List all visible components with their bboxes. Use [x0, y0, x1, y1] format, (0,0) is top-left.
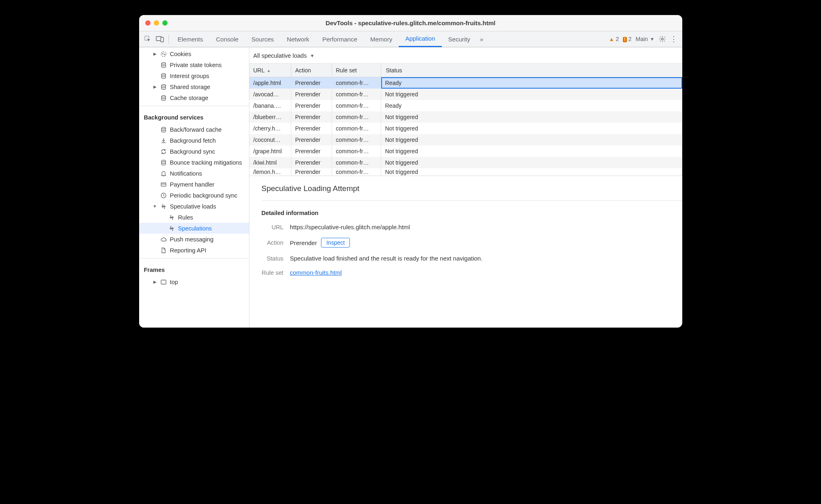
chevron-down-icon: ▼: [153, 204, 157, 209]
cell-action: Prerender: [291, 77, 332, 89]
close-window-button[interactable]: [145, 20, 151, 26]
main-target-selector[interactable]: Main ▼: [635, 36, 654, 42]
table-row[interactable]: /apple.htmlPrerendercommon-fr…Ready: [249, 77, 682, 89]
tab-console[interactable]: Console: [210, 31, 245, 47]
chevron-down-icon: ▼: [310, 53, 314, 58]
table-row[interactable]: /cherry.h…Prerendercommon-fr…Not trigger…: [249, 123, 682, 134]
inspect-element-icon[interactable]: [142, 35, 154, 43]
warnings-indicator[interactable]: ▲ 2: [609, 36, 619, 42]
traffic-lights: [139, 20, 168, 26]
section-background-services: Background services: [139, 109, 249, 124]
column-url[interactable]: URL ▲: [249, 64, 291, 77]
sidebar-item-interest-groups[interactable]: Interest groups: [139, 70, 249, 81]
cell-ruleset: common-fr…: [332, 168, 381, 176]
cell-status: Not triggered: [381, 168, 682, 176]
cell-url: /grape.html: [249, 146, 291, 157]
titlebar: DevTools - speculative-rules.glitch.me/c…: [139, 15, 682, 31]
svg-rect-2: [161, 37, 164, 42]
sidebar-item-label: Cookies: [170, 51, 249, 57]
table-row[interactable]: /coconut…Prerendercommon-fr…Not triggere…: [249, 134, 682, 146]
sidebar-item-reporting-api[interactable]: Reporting API: [139, 245, 249, 256]
sidebar-item-speculations[interactable]: Speculations: [139, 223, 249, 234]
window-title: DevTools - speculative-rules.glitch.me/c…: [139, 20, 682, 26]
zoom-window-button[interactable]: [162, 20, 168, 26]
clock-icon: [160, 192, 167, 199]
more-options-icon[interactable]: ⋮: [670, 35, 677, 43]
column-status[interactable]: Status: [381, 64, 682, 77]
table-row[interactable]: /banana.…Prerendercommon-fr…Ready: [249, 100, 682, 111]
tab-security[interactable]: Security: [442, 31, 477, 47]
sidebar-item-cookies[interactable]: ▶Cookies: [139, 48, 249, 59]
table-row[interactable]: /kiwi.htmlPrerendercommon-fr…Not trigger…: [249, 157, 682, 168]
tab-network[interactable]: Network: [280, 31, 316, 47]
table-row[interactable]: /blueberr…Prerendercommon-fr…Not trigger…: [249, 111, 682, 123]
cell-url: /banana.…: [249, 100, 291, 111]
sidebar-item-bounce-tracking-mitigations[interactable]: Bounce tracking mitigations: [139, 157, 249, 168]
sidebar-item-label: Notifications: [170, 170, 249, 177]
db-icon: [160, 62, 167, 68]
cell-ruleset: common-fr…: [332, 77, 381, 89]
column-ruleset[interactable]: Rule set: [332, 64, 381, 77]
detail-title: Speculative Loading Attempt: [262, 184, 670, 193]
fetch-icon: [160, 137, 167, 144]
tab-elements[interactable]: Elements: [171, 31, 210, 47]
cell-ruleset: common-fr…: [332, 89, 381, 100]
sidebar-item-label: Cache storage: [170, 95, 249, 101]
detail-url-value: https://speculative-rules.glitch.me/appl…: [290, 224, 410, 230]
inspect-button[interactable]: Inspect: [321, 238, 350, 248]
cell-action: Prerender: [291, 146, 332, 157]
cell-action: Prerender: [291, 134, 332, 146]
tab-memory[interactable]: Memory: [364, 31, 399, 47]
sort-asc-icon: ▲: [267, 68, 271, 73]
issues-icon: !: [623, 37, 627, 42]
content-area: All speculative loads ▼ URL ▲ Action Rul…: [249, 48, 682, 328]
cell-ruleset: common-fr…: [332, 123, 381, 134]
sidebar-item-speculative-loads[interactable]: ▼Speculative loads: [139, 201, 249, 212]
table-header: URL ▲ Action Rule set Status: [249, 64, 682, 77]
sidebar-item-shared-storage[interactable]: ▶Shared storage: [139, 81, 249, 92]
speculative-loads-filter[interactable]: All speculative loads ▼: [253, 52, 314, 59]
sidebar-item-label: Bounce tracking mitigations: [170, 159, 249, 166]
sidebar-item-cache-storage[interactable]: Cache storage: [139, 92, 249, 103]
detail-status-value: Speculative load finished and the result…: [290, 255, 483, 262]
sidebar-item-back-forward-cache[interactable]: Back/forward cache: [139, 124, 249, 135]
svg-point-6: [164, 54, 165, 55]
tab-sources[interactable]: Sources: [245, 31, 280, 47]
filter-bar: All speculative loads ▼: [249, 48, 682, 64]
device-toolbar-icon[interactable]: [154, 36, 166, 42]
chevron-right-icon: ▶: [153, 52, 157, 56]
cell-status: Not triggered: [381, 146, 682, 157]
sidebar-item-label: Back/forward cache: [170, 126, 249, 133]
filter-label: All speculative loads: [253, 52, 307, 59]
table-row[interactable]: /lemon.h…Prerendercommon-fr…Not triggere…: [249, 168, 682, 176]
cookie-icon: [160, 51, 167, 57]
sidebar-item-top[interactable]: ▶top: [139, 276, 249, 287]
sidebar-item-private-state-tokens[interactable]: Private state tokens: [139, 59, 249, 70]
settings-icon[interactable]: [659, 35, 666, 43]
detail-ruleset-link[interactable]: common-fruits.html: [290, 269, 342, 276]
sidebar-item-payment-handler[interactable]: Payment handler: [139, 179, 249, 190]
toolbar-right: ▲ 2 ! 2 Main ▼ ⋮: [609, 35, 680, 43]
application-sidebar: ▶CookiesPrivate state tokensInterest gro…: [139, 48, 249, 328]
detail-section-heading: Detailed information: [262, 210, 670, 216]
tab-application[interactable]: Application: [399, 31, 441, 47]
more-tabs-button[interactable]: »: [477, 31, 487, 47]
sidebar-item-background-sync[interactable]: Background sync: [139, 146, 249, 157]
table-row[interactable]: /avocad…Prerendercommon-fr…Not triggered: [249, 89, 682, 100]
sidebar-item-rules[interactable]: Rules: [139, 212, 249, 223]
issues-indicator[interactable]: ! 2: [623, 36, 631, 42]
tab-performance[interactable]: Performance: [316, 31, 364, 47]
minimize-window-button[interactable]: [154, 20, 159, 26]
cell-url: /cherry.h…: [249, 123, 291, 134]
sidebar-item-push-messaging[interactable]: Push messaging: [139, 234, 249, 245]
sidebar-item-notifications[interactable]: Notifications: [139, 168, 249, 179]
cell-status: Ready: [381, 77, 682, 89]
column-action[interactable]: Action: [291, 64, 332, 77]
cell-ruleset: common-fr…: [332, 111, 381, 123]
cell-action: Prerender: [291, 157, 332, 168]
sidebar-item-periodic-background-sync[interactable]: Periodic background sync: [139, 190, 249, 201]
table-row[interactable]: /grape.htmlPrerendercommon-fr…Not trigge…: [249, 146, 682, 157]
cell-status: Not triggered: [381, 89, 682, 100]
section-frames: Frames: [139, 261, 249, 276]
sidebar-item-background-fetch[interactable]: Background fetch: [139, 135, 249, 146]
